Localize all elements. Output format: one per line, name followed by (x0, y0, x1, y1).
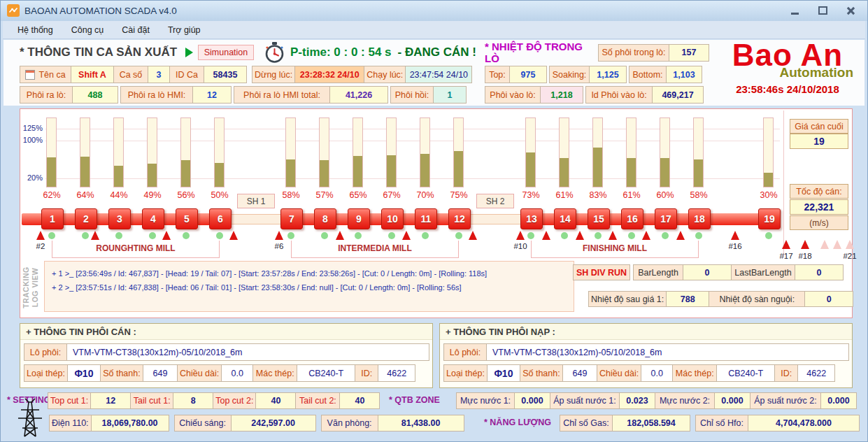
stand-14[interactable]: 14 (554, 208, 576, 229)
sh-div-run-label: SH DIV RUN (573, 264, 630, 280)
stand-12[interactable]: 12 (448, 208, 471, 229)
top-cut-1-value[interactable]: 12 (90, 392, 131, 409)
chi-so-gas-label: Chỉ số Gas: (560, 415, 613, 432)
ap-suat-nuoc-2-label: Áp suất nước 2: (750, 392, 821, 409)
id-value: 4622 (797, 364, 835, 382)
mac-thep-label: Mác thép: (672, 364, 717, 382)
ap-suat-nuoc-1-value[interactable]: 0.023 (619, 392, 655, 409)
stand-sensor-dot (388, 232, 395, 239)
load-bar-fill (764, 173, 773, 187)
window-controls (785, 5, 860, 16)
top-cut-2-value[interactable]: 40 (255, 392, 296, 409)
nhiet-do-sau-gia-label: Nhiệt độ sau giá 1: (588, 291, 667, 307)
billet-charging-panel: + THÔNG TIN PHÔI NẠP : Lô phôi: VTM-VTM-… (439, 323, 853, 388)
tail-cut-1-value[interactable]: 8 (173, 392, 213, 409)
maximize-button[interactable] (813, 5, 832, 16)
stand-sensor-dot (695, 232, 702, 239)
stand-sensor-dot (287, 232, 294, 239)
nhiet-do-sau-gia-value: 788 (666, 291, 709, 307)
stand-sensor-dot (321, 232, 328, 239)
load-bar-fill (215, 163, 224, 187)
load-percent: 44% (104, 190, 134, 200)
stand-10[interactable]: 10 (381, 208, 404, 229)
rolling-speed-label: Tốc độ cán: (790, 184, 848, 199)
stand-4[interactable]: 4 (142, 208, 164, 229)
chieu-dai-value: 0.0 (641, 364, 673, 382)
mill-group-label: ROUNGHTING MILL (87, 243, 185, 253)
hmi-marker-icon (731, 231, 739, 240)
close-button[interactable] (841, 5, 860, 16)
stand-17[interactable]: 17 (655, 208, 677, 229)
load-percent: 58% (276, 190, 306, 200)
id-label: ID: (355, 364, 378, 382)
stand-13[interactable]: 13 (520, 208, 543, 229)
top-cut-1-label: Top cut 1: (48, 392, 91, 409)
rolling-speed-unit: (m/s) (790, 215, 848, 230)
menu-item[interactable]: Trợ giúp (159, 22, 210, 38)
lo-phoi-value: VTM-VTM-CT38(130x12m)-05/10/2018_6m (66, 343, 429, 361)
stand-2[interactable]: 2 (75, 208, 97, 229)
load-bar-fill (560, 158, 569, 187)
load-bar (80, 117, 90, 187)
stand-16[interactable]: 16 (621, 208, 643, 229)
app-icon (7, 4, 20, 17)
hmi-marker-label: #10 (508, 242, 533, 250)
tracking-log-line: + 2 >_ [23:57:51s / Id: 467,838] - [Head… (52, 280, 567, 294)
dien-110-label: Điện 110: (49, 415, 92, 432)
stand-6[interactable]: 6 (209, 208, 232, 229)
load-bar-fill (387, 155, 396, 187)
power-tower-icon (15, 397, 45, 441)
shear-label-1: SH 1 (237, 194, 275, 208)
ap-suat-nuoc-2-value[interactable]: 0.000 (820, 392, 857, 409)
stand-19[interactable]: 19 (758, 208, 781, 229)
menu-item[interactable]: Công cụ (62, 22, 113, 38)
top-temp-label: Top: (485, 66, 510, 83)
load-bar (453, 117, 464, 187)
stand-8[interactable]: 8 (314, 208, 336, 229)
so-phoi-trong-lo-value: 157 (669, 44, 709, 62)
tail-cut-2-value[interactable]: 40 (339, 392, 380, 409)
stand-18[interactable]: 18 (688, 208, 711, 229)
muc-nuoc-1-value[interactable]: 0.000 (514, 392, 550, 409)
phoi-ra-lo-hmi-value: 12 (192, 86, 232, 104)
last-stand-label: Giá cán cuối (790, 119, 848, 134)
hmi-marker-icon (820, 240, 829, 249)
top-cut-2-label: Top cut 2: (213, 392, 256, 409)
hmi-marker-icon (542, 231, 550, 240)
stand-1[interactable]: 1 (41, 208, 64, 229)
hmi-marker-icon (36, 231, 45, 240)
calendar-icon (25, 70, 35, 80)
stand-5[interactable]: 5 (176, 208, 198, 229)
stand-sensor-dot (527, 232, 534, 239)
load-percent: 58% (683, 190, 714, 200)
bar-length-label: BarLength (633, 264, 683, 280)
window-title: BAOAN AUTOMATION SCADA v4.0 (24, 6, 177, 16)
stand-sensor-dot (82, 232, 89, 239)
tracking-log[interactable]: + 1 >_ [23:56:49s / Id: 467,837] - [Head… (44, 261, 574, 312)
stand-15[interactable]: 15 (588, 208, 610, 229)
id-value: 4622 (378, 364, 415, 382)
stand-7[interactable]: 7 (280, 208, 303, 229)
load-percent: 56% (171, 190, 201, 200)
ap-suat-nuoc-1-label: Áp suất nước 1: (550, 392, 620, 409)
load-bar (285, 117, 296, 187)
phoi-ra-lo-hmi-total-value: 41,226 (329, 86, 388, 104)
last-bar-length-value: 0 (795, 264, 844, 280)
minimize-button[interactable] (785, 5, 804, 16)
stand-sensor-dot (183, 232, 190, 239)
simulation-button[interactable]: Simunation (198, 45, 254, 60)
stand-11[interactable]: 11 (415, 208, 437, 229)
hmi-marker-icon (833, 240, 841, 249)
menu-item[interactable]: Cài đặt (113, 22, 159, 38)
stand-9[interactable]: 9 (348, 208, 370, 229)
loai-thep-label: Loại thép: (24, 364, 68, 382)
muc-nuoc-2-label: Mực nước 2: (655, 392, 715, 409)
stand-3[interactable]: 3 (108, 208, 131, 229)
menu-item[interactable]: Hệ thống (8, 22, 62, 38)
mac-thep-label: Mác thép: (252, 364, 297, 382)
chieu-dai-label: Chiều dài: (597, 364, 641, 382)
muc-nuoc-2-value[interactable]: 0.000 (714, 392, 750, 409)
chay-luc-value: 23:47:54 24/10 (405, 66, 472, 83)
tail-cut-2-label: Tail cut 2: (295, 392, 340, 409)
phoi-vao-lo-value: 1,218 (540, 86, 583, 104)
